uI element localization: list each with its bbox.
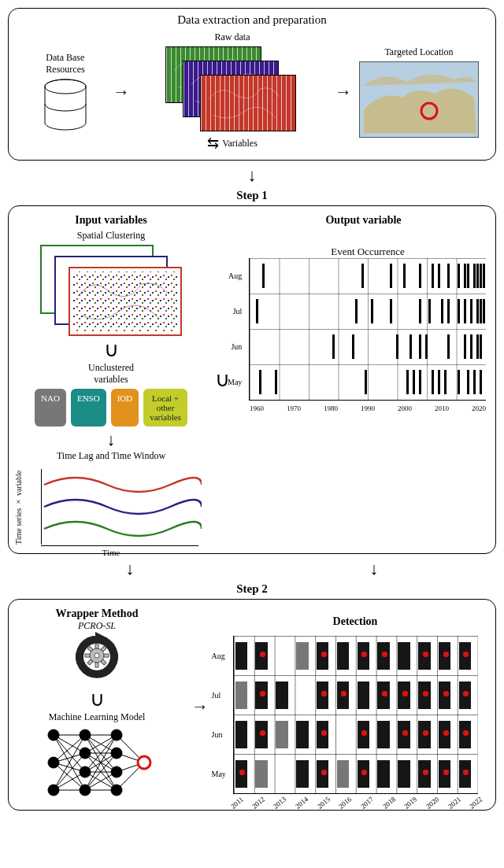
database-icon <box>42 79 89 132</box>
occurrence-ylabels: Aug Jul Jun May <box>228 258 242 400</box>
arrow-wrapper-to-detection <box>191 693 209 718</box>
occurrence-xlabels: 1960 1970 1980 1990 2000 2010 2020 <box>250 404 486 412</box>
svg-point-48 <box>111 766 122 778</box>
raw-label: Raw data <box>215 31 250 43</box>
svg-point-49 <box>111 785 122 796</box>
output-variable-block: Output variable Event Occurrence Aug Jul… <box>241 214 486 545</box>
svg-point-43 <box>80 748 91 759</box>
detection-block: Detection Aug Jul Jun May 20112012 20132… <box>224 615 486 794</box>
union-icon-inputs <box>104 338 119 362</box>
arrow-raw-to-target <box>335 82 352 102</box>
cluster-maps <box>40 245 182 338</box>
variables-label: Variables <box>222 138 258 150</box>
detection-chart: Aug Jul Jun May 20112012 20132014 201520… <box>233 636 478 794</box>
tag-enso: ENSO <box>71 389 106 427</box>
raw-worldmap-stack <box>165 46 299 133</box>
waves-ylabel: Time series × variable <box>14 458 23 545</box>
nn-output-node <box>138 756 150 769</box>
svg-point-6 <box>94 653 99 658</box>
arrow-panel0-to-step1 <box>8 165 496 186</box>
tag-nao: NAO <box>35 389 66 427</box>
input-heading: Input variables <box>75 214 146 227</box>
cluster-label: Spatial Clustering <box>77 230 145 242</box>
waves-xlabel: Time <box>20 548 202 557</box>
svg-point-44 <box>80 766 91 778</box>
target-block: Targeted Location <box>352 46 486 138</box>
union-icon-wrapper <box>90 687 105 711</box>
arrow-tags-to-waves <box>107 430 116 450</box>
input-variables-block: Input variables Spatial Clustering Unclu… <box>18 214 204 545</box>
svg-point-41 <box>48 785 59 796</box>
neural-net-icon <box>38 723 156 802</box>
step1-label: Step 1 <box>8 189 496 202</box>
variables-loop: ⇆ Variables <box>207 135 258 152</box>
tag-local: Local + other variables <box>143 389 187 427</box>
tag-iod: IOD <box>111 389 139 427</box>
occurrence-chart: Event Occurrence Aug Jul Jun May 1960 19… <box>249 258 486 401</box>
svg-point-47 <box>111 748 122 759</box>
wrapper-heading: Wrapper Method <box>56 608 139 620</box>
step2-label: Step 2 <box>8 582 496 596</box>
svg-point-42 <box>80 729 91 741</box>
wrapper-block: Wrapper Method PCRO-SL <box>18 608 176 802</box>
raw-data-block: Raw data ⇆ Variables <box>130 31 335 152</box>
detection-xlabels: 20112012 20132014 20152016 20172018 2019… <box>229 804 483 812</box>
database-block: Data Base Resources <box>18 52 113 132</box>
svg-point-46 <box>111 729 122 741</box>
unclustered-label: Unclustered variables <box>88 362 134 386</box>
svg-point-40 <box>48 757 59 768</box>
db-label: Data Base Resources <box>46 52 84 76</box>
svg-rect-5 <box>95 644 98 648</box>
arrow-step1-left <box>126 559 135 579</box>
arrow-db-to-raw <box>113 82 130 102</box>
gear-refresh-icon <box>69 632 124 687</box>
timelag-label: Time Lag and Time Window <box>57 450 165 462</box>
panel0-title: Data extraction and preparation <box>18 13 486 27</box>
timeseries-plot: Time Time series × variable <box>20 465 202 545</box>
europe-map-icon <box>359 61 479 138</box>
wrapper-sub: PCRO-SL <box>78 620 116 632</box>
svg-point-39 <box>48 729 59 741</box>
occurrence-title: Event Occurrence <box>250 246 486 258</box>
tag-row: NAO ENSO IOD Local + other variables <box>35 389 187 427</box>
panel-data-extraction: Data extraction and preparation Data Bas… <box>8 8 496 161</box>
ml-label: Machine Learning Model <box>49 711 146 723</box>
panel-step2: Wrapper Method PCRO-SL <box>8 599 496 811</box>
arrow-step1-right <box>370 559 379 579</box>
output-heading: Output variable <box>325 214 401 227</box>
target-label: Targeted Location <box>384 46 453 58</box>
panel-step1: Input variables Spatial Clustering Unclu… <box>8 205 496 554</box>
svg-point-45 <box>80 785 91 796</box>
detection-heading: Detection <box>333 615 378 628</box>
